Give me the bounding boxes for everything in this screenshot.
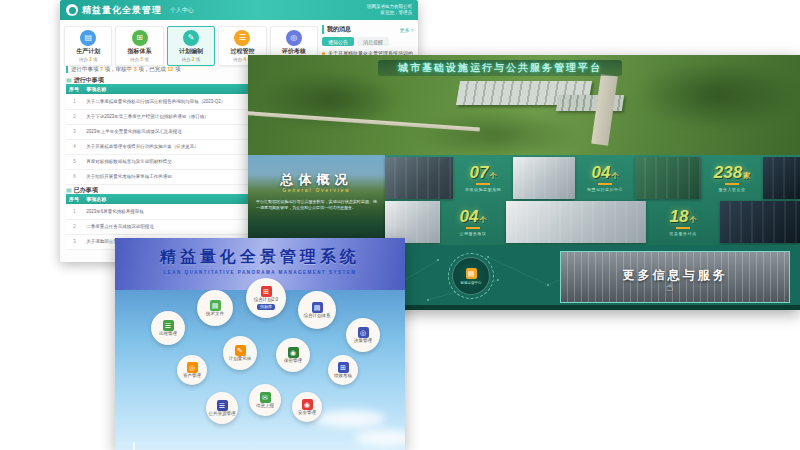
cell-idx: 2 <box>66 219 83 234</box>
cell-idx: 4 <box>66 139 83 154</box>
stat-unit: 个 <box>479 216 486 223</box>
module-bubble[interactable]: ✎ 计划量化值 <box>223 336 257 370</box>
step-label: 生产计划 <box>65 47 111 56</box>
emblem-icon: ▤ <box>466 268 477 279</box>
section-icon: ▤ <box>66 77 72 83</box>
module-label: 安全管理 <box>296 411 318 416</box>
stat-underline <box>476 183 490 185</box>
step-icon: ▤ <box>80 30 96 46</box>
step-count: 待办 2 项 <box>168 57 214 62</box>
stat-underline <box>466 227 480 229</box>
app-subtitle[interactable]: 个人中心 <box>170 6 194 15</box>
module-bubble[interactable]: ⊞ 绩效考核 <box>328 355 358 385</box>
module-bubble[interactable]: ✉ 信息上报 <box>249 384 281 416</box>
stat-value: 238家 <box>714 164 750 181</box>
cell-idx: 2 <box>66 109 83 124</box>
stat-tile: 04个 公用服务板块 <box>442 201 504 243</box>
stat-unit: 个 <box>689 216 696 223</box>
stat-tile: 238家 服务入驻企业 <box>703 157 761 199</box>
stat-unit: 个 <box>611 172 618 179</box>
overview-description: 平台汇聚园区设施运行与公共服务数据，实现运行状态实时监测、统一调度与高效管理，为… <box>256 199 377 211</box>
cloud <box>355 430 405 446</box>
stat-label: 智慧运行监控中心 <box>587 187 623 192</box>
summary-segment: 项 <box>173 66 180 72</box>
cell-name[interactable]: 关于组织开展量化考核结果复核工作的通知 <box>83 169 245 184</box>
module-bubble[interactable]: ⊞ 综合计划2.0 指标库 <box>246 278 286 318</box>
module-bubble[interactable]: ◎ 资产管理 <box>177 355 207 385</box>
screenshot-stage: 精益量化全景管理 个人中心 国网某省电力有限公司 欢迎您，管理员 ▤ 生产计划 … <box>0 0 800 450</box>
stat-value: 04个 <box>592 164 619 181</box>
platform-emblem[interactable]: ▤ 智慧运营中心 <box>448 253 494 299</box>
poster-subtitle-en: LEAN QUANTITATIVE PANORAMA MANAGEMENT SY… <box>115 270 405 275</box>
module-icon: ⊞ <box>261 286 272 297</box>
more-info-label: 更多信息与服务 <box>561 267 789 284</box>
tree-cluster <box>414 110 580 155</box>
module-bubble[interactable]: ◉ 保密管理 <box>276 338 310 372</box>
user-welcome: 欢迎您，管理员 <box>367 10 412 16</box>
module-icon: ◎ <box>187 362 198 373</box>
module-label: 绩效考核 <box>332 374 354 379</box>
col-name: 事项名称 <box>83 194 245 204</box>
module-bubble[interactable]: ▤ 综合计划体系 <box>298 291 336 329</box>
process-step-card[interactable]: ⊞ 指标体系 待办 5 项 <box>115 26 163 66</box>
notice-more-link[interactable]: 更多 > <box>400 27 414 33</box>
module-icon: ◎ <box>358 327 369 338</box>
step-count: 待办 3 项 <box>65 57 111 62</box>
cell-name[interactable]: 关于开展精益管理专项提升行动的实施方案（征求意见） <box>83 139 245 154</box>
dashboard-title-banner: 城市基础设施运行与公共服务管理平台 <box>378 60 622 76</box>
step-icon: ☰ <box>234 30 250 46</box>
step-icon: ⊞ <box>132 30 148 46</box>
stat-underline <box>725 183 739 185</box>
module-icon: ⊞ <box>338 362 349 373</box>
overview-card[interactable]: 总体概况 General Overview 平台汇聚园区设施运行与公共服务数据，… <box>248 155 385 245</box>
cell-name[interactable]: 二季度重点任务完成情况说明报送 <box>83 219 245 234</box>
cell-idx: 1 <box>66 204 83 219</box>
step-icon: ✎ <box>183 30 199 46</box>
notice-tabs: 通知公告 消息提醒 <box>322 37 414 46</box>
cell-idx: 1 <box>66 94 83 109</box>
aerial-campus-photo: 城市基础设施运行与公共服务管理平台 <box>248 55 800 155</box>
step-label: 计划编制 <box>168 47 214 56</box>
photo-tile <box>506 201 646 243</box>
module-bubble[interactable]: ▤ 技术文件 <box>197 290 233 326</box>
cloud <box>315 410 385 428</box>
notice-title: 我的消息 <box>322 25 351 34</box>
cell-name[interactable]: 关于下达2023年第三季度生产经营计划指标的通知（修订稿） <box>83 109 245 124</box>
module-icon: ☰ <box>217 400 228 411</box>
module-bubble[interactable]: ☰ 运维管理 <box>151 311 185 345</box>
module-icon: ▤ <box>312 302 323 313</box>
step-icon: ◎ <box>286 30 302 46</box>
cell-name[interactable]: 关于二季度精益量化指标运行情况分析报告的编制与审核（2023-Q2） <box>83 94 245 109</box>
photo-tile <box>635 157 701 199</box>
process-step-card[interactable]: ▤ 生产计划 待办 3 项 <box>64 26 112 66</box>
module-label: 决策管理 <box>352 339 374 344</box>
cell-name[interactable]: 月度对标指标数据核查与异常说明材料提交 <box>83 154 245 169</box>
notice-tab[interactable]: 通知公告 <box>322 37 354 46</box>
stat-unit: 家 <box>743 172 750 179</box>
module-icon: ✉ <box>260 392 271 403</box>
more-info-button[interactable]: 更多信息与服务 ☝ <box>560 251 790 303</box>
tree-cluster <box>634 60 800 130</box>
module-bubble[interactable]: ◉ 安全管理 <box>292 392 322 422</box>
cell-name[interactable]: 2023年上半年全景量化指标完成情况汇总表报送 <box>83 124 245 139</box>
overview-subtitle: General Overview <box>248 188 385 193</box>
stat-tile: 18个 区县服务站点 <box>648 201 718 243</box>
module-bubble[interactable]: ☰ 公共资源管理 <box>206 392 238 424</box>
module-label: 保密管理 <box>282 359 304 364</box>
stat-unit: 个 <box>489 172 496 179</box>
task-summary-line: 进行中事项 7 项，审核中 3 项，已完成 12 项 <box>66 66 180 73</box>
stat-tile: 07个 市政设施监测系统 <box>455 157 511 199</box>
col-name: 事项名称 <box>83 84 245 94</box>
cell-idx: 6 <box>66 169 83 184</box>
photo-tile <box>513 157 575 199</box>
col-idx: 序号 <box>66 194 83 204</box>
stat-value: 04个 <box>460 208 487 225</box>
notice-tab[interactable]: 消息提醒 <box>357 37 389 46</box>
process-step-card[interactable]: ✎ 计划编制 待办 2 项 <box>167 26 215 66</box>
module-bubble[interactable]: ◎ 决策管理 <box>346 318 380 352</box>
cell-name[interactable]: 2023年6月量化指标月报审核 <box>83 204 245 219</box>
module-label: 运维管理 <box>157 332 179 337</box>
stat-value: 18个 <box>670 208 697 225</box>
stat-underline <box>598 183 612 185</box>
poster-title: 精益量化全景管理系统 <box>115 247 405 268</box>
